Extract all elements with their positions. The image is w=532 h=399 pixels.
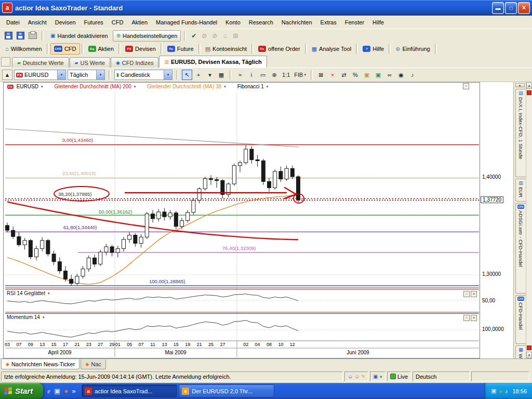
- module-future[interactable]: FuFuture: [164, 43, 197, 55]
- menu-futures[interactable]: Futures: [80, 17, 108, 28]
- module-aktien[interactable]: EqAktien: [85, 43, 117, 55]
- momentum-pane-header[interactable]: Momentum 14 ▾: [7, 314, 44, 320]
- menu-extras[interactable]: Extras: [316, 17, 341, 28]
- network-icon[interactable]: ▣: [491, 388, 496, 394]
- crosshair-tool[interactable]: +: [193, 70, 204, 80]
- rsi-close-button[interactable]: ×: [471, 291, 477, 297]
- chart-type-combo[interactable]: ▮ Candlestick ▾: [114, 70, 172, 80]
- link-tool[interactable]: ∞: [384, 70, 395, 80]
- module-devisen[interactable]: FXDevisen: [122, 43, 159, 55]
- tab-scroll-button[interactable]: [1, 57, 10, 66]
- menu-aktien[interactable]: Aktien: [127, 17, 152, 28]
- chevron-down-icon[interactable]: ▾: [57, 70, 65, 79]
- confirm-icon[interactable]: ✔: [189, 31, 198, 41]
- momentum-close-button[interactable]: ×: [471, 315, 477, 321]
- zoom-tool[interactable]: ⊕: [269, 70, 280, 80]
- legend-gleitender-durchschnitt-ma-38[interactable]: Gleitender Durchschnitt (MA) 38▾: [147, 84, 225, 89]
- close-button[interactable]: ×: [518, 2, 530, 14]
- ticker-tab-nac[interactable]: ◆Nac: [81, 360, 105, 369]
- legend-gleitender-durchschnitt-ma-200[interactable]: Gleitender Durchschnitt (MA) 200▾: [54, 84, 136, 89]
- save-icon[interactable]: [5, 32, 12, 39]
- module-einf-hrung[interactable]: ⊛Einführung: [392, 43, 433, 55]
- module-offene-order[interactable]: Fxoffene Order: [255, 43, 303, 55]
- module-label: Aktien: [98, 46, 114, 52]
- task-der-eur-usd-2-0-thr[interactable]: eDer EUR/USD 2,0 Thr...: [179, 384, 274, 397]
- more-chevron-icon[interactable]: »: [72, 387, 75, 395]
- menu-hilfe[interactable]: Hilfe: [368, 17, 388, 28]
- rsi-restore-button[interactable]: ▫: [463, 291, 470, 297]
- module-willkommen[interactable]: ⌂Willkommen: [2, 43, 45, 55]
- legend-eurusd[interactable]: FXEURUSD▾: [7, 84, 43, 89]
- annotation-tool[interactable]: ▭: [258, 70, 268, 80]
- language-panel[interactable]: Deutsch: [413, 371, 470, 381]
- menu-research[interactable]: Research: [245, 17, 277, 28]
- minimize-button[interactable]: ▬: [492, 2, 504, 14]
- pointer-tool[interactable]: ↖: [182, 70, 192, 80]
- dock-tab-dax-i-index-cfd-1-stunde[interactable]: ▤DAX.I, Index-CFD, 1 Stunde: [515, 89, 526, 177]
- volume-icon[interactable]: ♪: [505, 388, 508, 394]
- price-chart[interactable]: [3, 82, 480, 358]
- price-alert-tool[interactable]: ♪: [407, 70, 418, 80]
- grid-toggle[interactable]: ▦: [216, 70, 227, 80]
- ie-icon[interactable]: e: [47, 387, 50, 395]
- percent-tool[interactable]: %: [350, 70, 361, 80]
- menu-konto[interactable]: Konto: [221, 17, 245, 28]
- menu-datei[interactable]: Datei: [2, 17, 24, 28]
- chart-restore-button[interactable]: ▫: [463, 83, 469, 89]
- dock-tab-adsgi-xetr-cfd-handel[interactable]: CFDADSGi.xetr - CFD-Handel: [515, 203, 526, 294]
- print-icon[interactable]: [29, 32, 37, 39]
- tab-us-werte[interactable]: ▰US Werte: [70, 57, 110, 68]
- compare-tool[interactable]: ⇄: [339, 70, 349, 80]
- instrument-scroll-button[interactable]: ▲: [2, 70, 12, 80]
- one-to-one-tool[interactable]: 1:1: [281, 70, 291, 80]
- trade-disable-button[interactable]: ▣ Handel deaktivieren: [47, 30, 112, 42]
- right-scrollbar[interactable]: ▲ ▼: [526, 82, 532, 358]
- indicator-tool[interactable]: ≈: [235, 70, 245, 80]
- ticker-tab-nachrichten-news-ticker[interactable]: ◆Nachrichten News-Ticker: [1, 360, 79, 369]
- symbol-combo[interactable]: FX EURUSD ▾: [14, 70, 66, 80]
- desktop-icon[interactable]: ▣: [54, 387, 60, 395]
- module-hilfe[interactable]: ?Hilfe: [360, 43, 387, 55]
- module-kontoeinsicht[interactable]: ▤Kontoeinsicht: [202, 43, 250, 55]
- quick-launch: e▣●»: [43, 387, 79, 395]
- scrollbar-down-button[interactable]: ▼: [526, 352, 532, 358]
- task-actior-idea-saxotrad[interactable]: aactior Idea SaxoTrad...: [82, 384, 177, 397]
- tab-cfd-indizes[interactable]: ◉CFD Indizes: [111, 57, 158, 68]
- eraser-tool[interactable]: ⊠: [316, 70, 326, 80]
- scrollbar-up-button[interactable]: ▲: [526, 82, 532, 89]
- dock-tab-cfd-handel[interactable]: CFDCFD-Handel: [515, 295, 526, 344]
- snapshot-tool[interactable]: ◉: [396, 70, 406, 80]
- menu-ansicht[interactable]: Ansicht: [24, 17, 51, 28]
- window-titlebar[interactable]: a actior Idea SaxoTrader - Standard ▬ □ …: [0, 0, 532, 16]
- tool-dropdown[interactable]: ▾: [205, 70, 215, 80]
- trade-settings-button[interactable]: ⊕ Handelseinstellungen: [113, 30, 181, 42]
- tab-deutsche-werte[interactable]: ▰Deutsche Werte: [12, 57, 69, 68]
- maximize-button[interactable]: □: [505, 2, 517, 14]
- chevron-down-icon[interactable]: ▾: [164, 70, 172, 79]
- browser-icon[interactable]: ●: [64, 387, 68, 395]
- momentum-restore-button[interactable]: ▫: [463, 315, 470, 321]
- menu-devisen[interactable]: Devisen: [51, 17, 80, 28]
- tab-eurusd-devisen-kassa-t-glich[interactable]: ▥EURUSD, Devisen Kassa, Täglich: [159, 56, 267, 68]
- user-icon: ☺: [348, 374, 353, 379]
- dock-scroll-up[interactable]: ▲: [515, 83, 525, 87]
- dock-tab-eur[interactable]: ▥EUR: [515, 179, 526, 202]
- menu-cfd[interactable]: CFD: [108, 17, 128, 28]
- link-window-yellow[interactable]: ▣: [362, 70, 372, 80]
- legend-fibonacci-1[interactable]: Fibonacci 1▾: [237, 84, 269, 89]
- security-icon[interactable]: ●: [499, 388, 502, 394]
- module-analyse-tool[interactable]: ▦Analyse Tool: [309, 43, 355, 55]
- info-tool[interactable]: i: [246, 70, 257, 80]
- menu-fenster[interactable]: Fenster: [341, 17, 368, 28]
- menu-managed-funds-handel[interactable]: Managed Funds-Handel: [152, 17, 221, 28]
- remove-study-tool[interactable]: ×: [327, 70, 338, 80]
- start-button[interactable]: Start: [0, 383, 43, 399]
- link-window-green[interactable]: ▣: [373, 70, 383, 80]
- module-cfd[interactable]: CFDCFD: [50, 43, 80, 55]
- save-all-icon[interactable]: [17, 32, 24, 39]
- rsi-pane-header[interactable]: RSI 14 Geglättet ▾: [7, 290, 49, 296]
- menu-nachrichten[interactable]: Nachrichten: [277, 17, 316, 28]
- fibonacci-tool[interactable]: FIB▾: [292, 70, 308, 80]
- chevron-down-icon[interactable]: ▾: [96, 70, 104, 79]
- period-combo[interactable]: Täglich ▾: [68, 70, 105, 80]
